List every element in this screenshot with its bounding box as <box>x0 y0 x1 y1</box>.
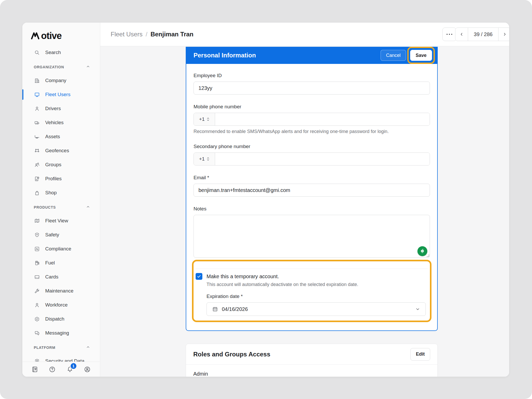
monitor-icon <box>34 91 40 98</box>
assistant-bot-icon[interactable] <box>417 246 427 256</box>
chevron-up-icon <box>86 205 90 210</box>
mobile-phone-input[interactable] <box>215 113 430 125</box>
chevron-up-icon <box>86 64 90 70</box>
polygon-icon <box>34 148 40 154</box>
employee-id-input[interactable] <box>194 82 430 95</box>
sidebar-item-label: Fuel <box>45 260 55 266</box>
breadcrumb-parent[interactable]: Fleet Users <box>111 31 143 38</box>
save-button[interactable]: Save <box>410 50 432 61</box>
secondary-phone-field: Secondary phone number +1 <box>194 144 430 165</box>
document-gear-icon <box>34 176 40 182</box>
notifications-bell-icon[interactable]: 1 <box>66 366 74 373</box>
resize-handle[interactable] <box>427 254 429 257</box>
section-label: PRODUCTS <box>34 205 56 209</box>
sidebar-item-label: Profiles <box>45 176 62 182</box>
sidebar-item-fuel[interactable]: Fuel <box>22 256 100 270</box>
truck-icon <box>34 119 40 126</box>
page-title: Benjiman Tran <box>150 31 193 38</box>
country-code-select[interactable]: +1 <box>194 113 215 125</box>
chevron-down-icon <box>415 307 420 312</box>
mobile-phone-helper: Recommended to enable SMS/WhatsApp alert… <box>194 129 430 134</box>
secondary-phone-input[interactable] <box>215 153 430 165</box>
guide-book-icon[interactable] <box>31 366 38 373</box>
spinner-icon <box>207 117 210 122</box>
panel-title: Personal Information <box>194 52 381 59</box>
sidebar-item-label: Groups <box>45 162 61 168</box>
sidebar-item-cards[interactable]: Cards <box>22 270 100 284</box>
sidebar-item-geofences[interactable]: Geofences <box>22 144 100 158</box>
search-icon <box>34 49 40 56</box>
cancel-button[interactable]: Cancel <box>381 50 406 61</box>
notes-textarea[interactable] <box>194 215 430 258</box>
country-code-select[interactable]: +1 <box>194 153 215 165</box>
shopping-bag-icon <box>34 190 40 196</box>
credit-card-icon <box>34 274 40 280</box>
sidebar-item-label: Fleet View <box>45 218 68 224</box>
account-icon[interactable] <box>84 366 91 373</box>
sidebar-item-drivers[interactable]: Drivers <box>22 102 100 116</box>
breadcrumb-separator: / <box>146 31 148 38</box>
section-label: PLATFORM <box>34 345 55 350</box>
expiration-date-value: 04/16/2026 <box>222 306 411 312</box>
help-icon[interactable] <box>49 366 56 373</box>
sidebar-item-safety[interactable]: Safety <box>22 228 100 242</box>
section-platform[interactable]: PLATFORM <box>22 341 100 354</box>
role-value: Admin <box>186 365 437 377</box>
wrench-icon <box>34 288 40 294</box>
pager-position: 39 / 286 <box>468 28 498 41</box>
sidebar-item-label: Vehicles <box>45 120 64 125</box>
mobile-phone-field: Mobile phone number +1 Recommended to en… <box>194 104 430 134</box>
expiration-date-picker[interactable]: 04/16/2026 <box>207 302 426 316</box>
checkmark-icon <box>197 274 201 279</box>
sidebar-item-compliance[interactable]: Compliance <box>22 242 100 256</box>
calendar-icon <box>212 306 218 312</box>
section-organization[interactable]: ORGANIZATION <box>22 61 100 74</box>
sidebar-item-maintenance[interactable]: Maintenance <box>22 284 100 298</box>
section-divider <box>196 269 428 269</box>
sidebar-nav: Search ORGANIZATION Company Fleet Users … <box>22 43 100 368</box>
spinner-icon <box>207 157 210 161</box>
expiration-date-label: Expiration date * <box>207 294 428 299</box>
motive-logo[interactable]: otive <box>22 23 100 43</box>
sidebar-item-profiles[interactable]: Profiles <box>22 172 100 186</box>
sidebar-item-label: Dispatch <box>45 316 64 322</box>
personal-information-form: Employee ID Mobile phone number +1 R <box>186 73 437 330</box>
sidebar-item-workforce[interactable]: Workforce <box>22 298 100 312</box>
sidebar-item-dispatch[interactable]: Dispatch <box>22 312 100 326</box>
sidebar-item-label: Geofences <box>45 148 69 154</box>
country-code-value: +1 <box>199 156 205 162</box>
sidebar-item-company[interactable]: Company <box>22 74 100 88</box>
record-pager: 39 / 286 <box>455 28 509 41</box>
personal-information-panel: Personal Information Cancel Save Employe… <box>186 47 438 331</box>
sidebar-item-label: Shop <box>45 190 57 196</box>
sidebar-item-shop[interactable]: Shop <box>22 186 100 200</box>
employee-id-field: Employee ID <box>194 73 430 95</box>
sidebar-item-label: Compliance <box>45 246 71 252</box>
more-actions-button[interactable] <box>442 28 456 41</box>
temporary-account-label[interactable]: Make this a temporary account. <box>207 274 279 280</box>
sidebar-item-label: Messaging <box>45 330 69 336</box>
sidebar-item-assets[interactable]: Assets <box>22 130 100 144</box>
hexagon-badge-icon <box>34 316 40 322</box>
sidebar-item-vehicles[interactable]: Vehicles <box>22 116 100 130</box>
mobile-phone-label: Mobile phone number <box>194 104 430 110</box>
pager-previous-button[interactable] <box>455 28 468 41</box>
sidebar-item-fleet-users[interactable]: Fleet Users <box>22 88 100 102</box>
temporary-account-highlight-ring: Make this a temporary account. This acco… <box>192 260 431 322</box>
chevron-right-icon <box>502 32 507 37</box>
section-products[interactable]: PRODUCTS <box>22 201 100 214</box>
content-area: Personal Information Cancel Save Employe… <box>100 46 509 377</box>
sidebar-item-groups[interactable]: Groups <box>22 158 100 172</box>
edit-button[interactable]: Edit <box>410 348 430 361</box>
email-input[interactable] <box>194 184 430 197</box>
people-icon <box>34 162 40 168</box>
sidebar-item-label: Workforce <box>45 302 68 308</box>
sidebar-item-messaging[interactable]: Messaging <box>22 326 100 340</box>
sidebar-item-search[interactable]: Search <box>22 45 100 59</box>
person-icon <box>34 302 40 308</box>
temporary-account-checkbox[interactable] <box>196 273 202 280</box>
pager-next-button[interactable] <box>498 28 509 41</box>
sidebar-item-fleet-view[interactable]: Fleet View <box>22 214 100 228</box>
fuel-pump-icon <box>34 260 40 266</box>
building-icon <box>34 77 40 84</box>
